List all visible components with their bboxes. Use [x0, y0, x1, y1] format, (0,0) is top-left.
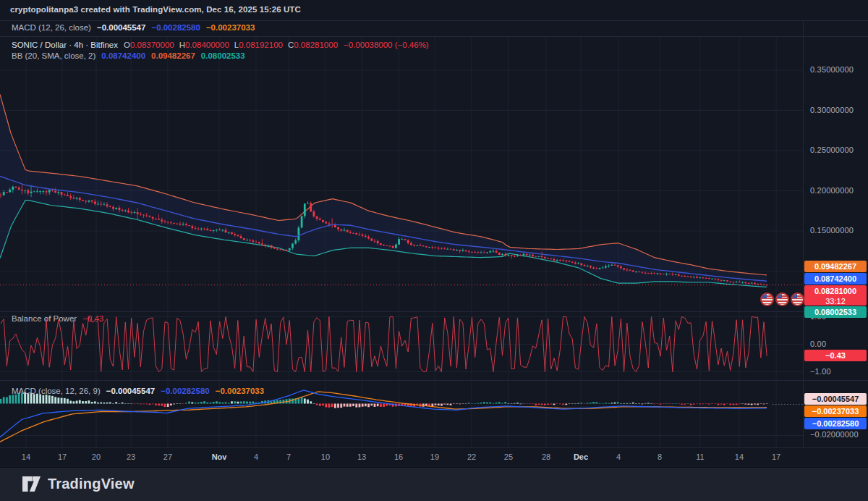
time-axis-tick: 16: [394, 452, 403, 461]
attribution-text: cryptopolitanpa3 created with TradingVie…: [10, 5, 301, 14]
price-axis-label: 0.20000000: [810, 186, 854, 195]
time-axis-tick: 22: [467, 452, 476, 461]
time-axis-tick: 14: [22, 452, 30, 461]
time-axis-tick: 20: [92, 452, 101, 461]
us-flag-icon[interactable]: [760, 292, 774, 306]
footer-bar: TradingView: [0, 467, 868, 501]
pane-separator: [0, 20, 868, 22]
pane-separator[interactable]: [0, 311, 868, 313]
us-flag-icon[interactable]: [775, 292, 789, 306]
time-axis-tick: 13: [357, 452, 366, 461]
price-axis-label: 0.35000000: [810, 65, 854, 74]
time-axis-tick: 11: [696, 452, 704, 461]
macd-value-badge: −0.00237033: [804, 405, 867, 417]
price-axis-label: 0.15000000: [810, 226, 854, 235]
tradingview-logo-glyph: [22, 476, 41, 492]
time-axis-tick: 8: [658, 452, 662, 461]
time-axis-tick: 28: [542, 452, 550, 461]
flag-markers: [760, 292, 804, 306]
bop-axis-label: −1.00: [810, 367, 831, 376]
time-axis-tick: Nov: [212, 452, 227, 461]
time-axis-tick: 4: [616, 452, 621, 461]
macd-axis-label: −0.02000000: [810, 430, 859, 439]
macd-value-badge: −0.00045547: [804, 393, 867, 405]
bop-axis-label: 0.00: [810, 340, 826, 348]
macd-value-badge: −0.00282580: [804, 418, 867, 429]
time-axis-tick: 23: [127, 452, 135, 461]
time-axis-tick: 19: [430, 452, 439, 461]
time-axis-tick: 7: [286, 452, 291, 461]
price-axis[interactable]: 0.350000000.300000000.250000000.20000000…: [803, 20, 868, 447]
time-axis-tick: 27: [163, 452, 172, 461]
tradingview-logo[interactable]: TradingView: [22, 476, 135, 492]
bop-value-badge: −0.43: [804, 350, 867, 361]
price-badge: 0.0828100033:12: [804, 285, 867, 306]
pane-separator[interactable]: [0, 380, 868, 382]
price-badge: 0.08002533: [804, 306, 867, 318]
countdown-timer: 33:12: [804, 297, 867, 306]
time-axis-tick: 17: [772, 452, 780, 461]
time-axis-tick: 14: [735, 452, 744, 461]
tradingview-logo-text: TradingView: [48, 476, 135, 492]
time-axis-tick: 17: [58, 452, 67, 461]
price-axis-label: 0.25000000: [810, 146, 854, 154]
time-axis-tick: Dec: [574, 452, 588, 461]
price-badge: 0.09482267: [804, 261, 867, 272]
time-axis-tick: 10: [321, 452, 330, 461]
time-axis-tick: 25: [504, 452, 513, 461]
chart-plot-area[interactable]: [0, 20, 803, 447]
pane-separator: [0, 36, 868, 38]
time-axis[interactable]: 1417202327Nov4710131619222528Dec48111417: [0, 447, 868, 468]
price-axis-label: 0.30000000: [810, 106, 854, 114]
tradingview-chart-window: cryptopolitanpa3 created with TradingVie…: [0, 0, 868, 501]
time-axis-tick: 4: [254, 452, 258, 461]
price-badge: 0.08742400: [804, 273, 867, 285]
